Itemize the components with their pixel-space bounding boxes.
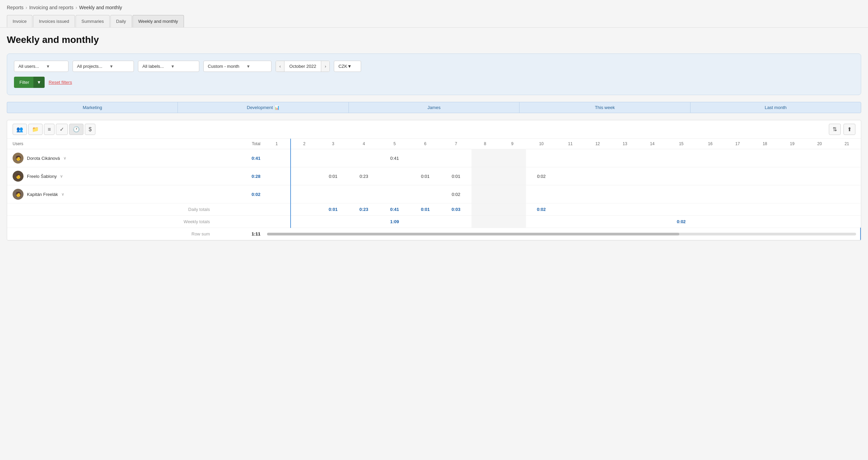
col-header-day-1: 1 [263, 139, 290, 149]
filter-button[interactable]: Filter ▼ [14, 77, 45, 88]
quick-filter-last-month[interactable]: Last month [690, 102, 861, 113]
table-section: 👥 📁 ≡ ✓ 🕐 $ ⇅ ⬆ Users Total [7, 120, 861, 241]
period-select-input[interactable]: Custom - month [208, 64, 246, 69]
total-dorota: 0:41 [212, 149, 263, 167]
table-header-row: Users Total 1 2 3 4 5 6 7 8 9 10 11 [7, 139, 861, 149]
date-next-button[interactable]: › [321, 61, 329, 72]
day4-freelo: 0:23 [348, 167, 379, 185]
breadcrumb-invoicing[interactable]: Invoicing and reports [29, 5, 74, 10]
day13-freelo [611, 167, 638, 185]
date-prev-button[interactable]: ‹ [276, 61, 284, 72]
total-kapitan: 0:02 [212, 185, 263, 203]
day16-freelo [697, 167, 724, 185]
day11-dorota [557, 149, 584, 167]
row-sum-label: Row sum [7, 228, 212, 240]
user-cell-freelo: 🧑 Freelo Šablony ∨ [7, 167, 212, 185]
col-header-users: Users [7, 139, 212, 149]
labels-filter[interactable]: All labels... ▼ [138, 61, 199, 72]
col-header-day-9: 9 [499, 139, 526, 149]
daily-day15 [666, 203, 697, 216]
col-header-day-16: 16 [697, 139, 724, 149]
currency-select-input[interactable]: CZK [338, 64, 347, 69]
reset-filters-link[interactable]: Reset filters [49, 80, 72, 85]
col-header-day-21: 21 [833, 139, 861, 149]
day15-kapitan [666, 185, 697, 203]
day10-freelo: 0:02 [526, 167, 557, 185]
day13-dorota [611, 149, 638, 167]
daily-day16 [697, 203, 724, 216]
quick-filter-james[interactable]: James [348, 102, 519, 113]
sort-button[interactable]: ⇅ [829, 124, 841, 135]
day17-kapitan [724, 185, 751, 203]
col-header-day-13: 13 [611, 139, 638, 149]
users-select-input[interactable]: All users... [18, 64, 46, 69]
currency-filter[interactable]: CZK ▼ [334, 61, 361, 72]
tab-invoices-issued[interactable]: Invoices issued [33, 15, 75, 27]
expand-freelo[interactable]: ∨ [60, 174, 63, 179]
users-filter[interactable]: All users... ▼ [14, 61, 68, 72]
labels-select-input[interactable]: All labels... [142, 64, 171, 69]
day14-dorota [639, 149, 666, 167]
view-projects-button[interactable]: 📁 [28, 124, 43, 135]
tab-summaries[interactable]: Summaries [76, 15, 110, 27]
day17-freelo [724, 167, 751, 185]
view-users-button[interactable]: 👥 [13, 124, 27, 135]
breadcrumb-reports[interactable]: Reports [7, 5, 24, 10]
col-header-day-18: 18 [751, 139, 778, 149]
day5-dorota: 0:41 [379, 149, 410, 167]
view-check-button[interactable]: ✓ [56, 124, 68, 135]
weekly-totals-label: Weekly totals [7, 216, 212, 228]
quick-filter-marketing[interactable]: Marketing [7, 102, 177, 113]
tab-daily[interactable]: Daily [110, 15, 132, 27]
user-name-kapitan: Kapitán Freelák [27, 192, 58, 197]
daily-day2 [291, 203, 318, 216]
weekly-day10 [526, 216, 557, 228]
date-navigator: ‹ October 2022 › [276, 61, 330, 72]
table-row: 🧑 Freelo Šablony ∨ 0:28 0:01 0:23 0:01 0 [7, 167, 861, 185]
daily-totals-label: Daily totals [7, 203, 212, 216]
weekly-day9 [499, 216, 526, 228]
weekly-day4 [348, 216, 379, 228]
day12-dorota [584, 149, 611, 167]
weekly-day12 [584, 216, 611, 228]
tab-invoice[interactable]: Invoice [7, 15, 32, 27]
projects-dropdown-icon: ▼ [109, 64, 113, 69]
filter-dropdown-arrow[interactable]: ▼ [33, 77, 45, 88]
scrollbar[interactable] [267, 233, 856, 235]
day10-kapitan [526, 185, 557, 203]
day6-dorota [410, 149, 440, 167]
tab-weekly-monthly[interactable]: Weekly and monthly [133, 15, 184, 27]
toolbar-left: 👥 📁 ≡ ✓ 🕐 $ [13, 124, 95, 135]
period-filter[interactable]: Custom - month ▼ [203, 61, 272, 72]
day20-kapitan [806, 185, 833, 203]
weekly-day16 [697, 216, 724, 228]
breadcrumb: Reports › Invoicing and reports › Weekly… [0, 0, 868, 15]
day9-freelo [499, 167, 526, 185]
labels-dropdown-icon: ▼ [171, 64, 175, 69]
day11-freelo [557, 167, 584, 185]
date-label: October 2022 [284, 61, 321, 72]
weekly-day21 [833, 216, 861, 228]
view-list-button[interactable]: ≡ [44, 124, 55, 135]
day9-kapitan [499, 185, 526, 203]
col-header-day-4: 4 [348, 139, 379, 149]
day1-freelo [263, 167, 290, 185]
quick-filter-development[interactable]: Development 📊 [177, 102, 348, 113]
projects-select-input[interactable]: All projects... [77, 64, 109, 69]
view-cost-button[interactable]: $ [85, 124, 95, 135]
expand-kapitan[interactable]: ∨ [61, 192, 64, 197]
day2-kapitan [291, 185, 318, 203]
weekly-day20 [806, 216, 833, 228]
daily-day11 [557, 203, 584, 216]
export-button[interactable]: ⬆ [843, 124, 855, 135]
weekly-day11 [557, 216, 584, 228]
quick-filter-this-week[interactable]: This week [519, 102, 690, 113]
expand-dorota[interactable]: ∨ [63, 156, 66, 160]
col-header-day-6: 6 [410, 139, 440, 149]
day8-freelo [471, 167, 499, 185]
view-time-button[interactable]: 🕐 [69, 124, 83, 135]
projects-filter[interactable]: All projects... ▼ [73, 61, 134, 72]
day21-freelo [833, 167, 861, 185]
user-name-freelo: Freelo Šablony [27, 174, 57, 179]
weekly-day1 [263, 216, 290, 228]
